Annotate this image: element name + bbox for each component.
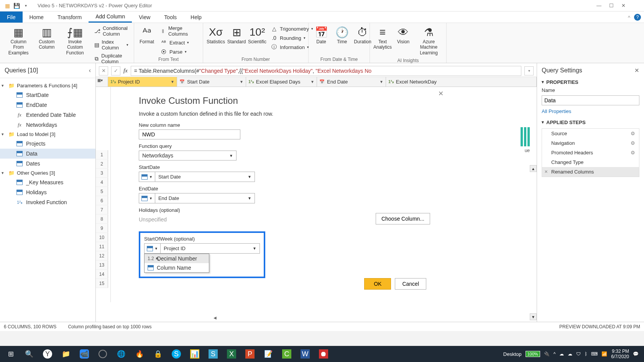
- table-row[interactable]: 1: [96, 150, 108, 159]
- app-lock[interactable]: 🔒: [149, 346, 167, 362]
- extract-button[interactable]: ᴬᴮExtract▾: [158, 38, 200, 47]
- dialog-close-button[interactable]: ✕: [438, 90, 444, 98]
- scroll-down-button[interactable]: ▼: [530, 313, 537, 320]
- table-row[interactable]: 2: [96, 159, 108, 169]
- query-invoked-function[interactable]: 1²₃Invoked Function: [0, 197, 95, 207]
- custom-column-button[interactable]: ▥ Custom Column: [35, 25, 58, 52]
- formula-input[interactable]: = Table.RenameColumns(#"Changed Type",{{…: [131, 66, 521, 76]
- scientific-button[interactable]: 10²Scientific: [248, 25, 267, 46]
- group-parameters[interactable]: 📁Parameters & Functions [4]: [0, 81, 95, 90]
- column-excel-elapsed[interactable]: 1²₃Excel Elapsed Days▼: [246, 77, 317, 87]
- help-icon[interactable]: ?: [634, 14, 641, 21]
- bluetooth-icon[interactable]: ᛒ: [585, 351, 587, 357]
- merge-columns-button[interactable]: ⫴Merge Columns: [158, 25, 200, 38]
- query-data[interactable]: Data: [0, 149, 95, 159]
- table-row[interactable]: 5: [96, 187, 108, 196]
- ribbon-collapse-icon[interactable]: ^: [628, 15, 630, 20]
- search-button[interactable]: 🔍: [20, 346, 38, 362]
- gear-icon[interactable]: ⚙: [631, 150, 635, 156]
- vision-button[interactable]: 👁Vision: [394, 25, 413, 46]
- query-extended-date-table[interactable]: fxExtended Date Table: [0, 110, 95, 120]
- statistics-button[interactable]: ΧσStatistics: [206, 25, 225, 46]
- app-zoom[interactable]: 📹: [75, 346, 94, 362]
- app-dragon[interactable]: 🔥: [130, 346, 149, 362]
- column-project-id[interactable]: 1²₃Project ID▼: [108, 77, 177, 87]
- format-button[interactable]: ᴬᵃ Format: [137, 25, 156, 46]
- power-icon[interactable]: 🔌: [544, 351, 550, 357]
- parse-button[interactable]: ⦿Parse▾: [158, 48, 200, 56]
- accept-formula-button[interactable]: ✓: [111, 66, 120, 75]
- app-snagit[interactable]: S: [204, 346, 222, 362]
- scroll-up-button[interactable]: ▲: [530, 165, 537, 172]
- save-icon[interactable]: 💾: [12, 2, 21, 10]
- column-from-examples-button[interactable]: ▦ Column From Examples: [3, 25, 34, 57]
- column-end-date[interactable]: 📅End Date▼: [317, 77, 386, 87]
- gear-icon[interactable]: ⚙: [631, 140, 635, 146]
- chevron-down-icon[interactable]: ▼: [310, 80, 314, 84]
- startofweek-type-button[interactable]: ▼: [144, 243, 161, 254]
- app-camtasia[interactable]: C: [278, 346, 296, 362]
- enddate-type-button[interactable]: ▼: [139, 193, 155, 203]
- table-row[interactable]: 3: [96, 169, 108, 178]
- app-powerpoint[interactable]: P: [241, 346, 259, 362]
- start-button[interactable]: ⊞: [2, 346, 20, 362]
- duration-button[interactable]: ⏱Duration: [353, 25, 372, 46]
- close-settings-button[interactable]: ✕: [634, 67, 639, 74]
- app-excel[interactable]: X: [222, 346, 241, 362]
- collapse-pane-icon[interactable]: ‹: [89, 67, 91, 74]
- ok-button[interactable]: OK: [364, 278, 391, 290]
- conditional-column-button[interactable]: ⎇Conditional Column: [92, 25, 131, 38]
- query-startdate[interactable]: StartDate: [0, 90, 95, 100]
- close-button[interactable]: ✕: [621, 3, 626, 8]
- chevron-down-icon[interactable]: ▼: [240, 80, 243, 84]
- tab-tools[interactable]: Tools: [157, 11, 184, 23]
- invoke-custom-function-button[interactable]: ⨍▦ Invoke Custom Function: [59, 25, 90, 57]
- column-excel-networkday[interactable]: 1²₃Excel NetworkDay: [386, 77, 537, 87]
- tab-transform[interactable]: Transform: [51, 11, 89, 23]
- table-row[interactable]: 4: [96, 178, 108, 187]
- chevron-down-icon[interactable]: ▼: [171, 80, 174, 84]
- option-column-name[interactable]: Column Name: [145, 263, 209, 272]
- time-button[interactable]: 🕐Time: [332, 25, 352, 46]
- query-holidays[interactable]: Holidays: [0, 187, 95, 197]
- function-query-select[interactable]: Networkdays▼: [139, 151, 237, 161]
- weather-icon[interactable]: ☁: [559, 351, 564, 357]
- step-changed-type[interactable]: Changed Type: [542, 157, 639, 167]
- table-row[interactable]: 6: [96, 196, 108, 205]
- table-row[interactable]: 11: [96, 242, 108, 251]
- cancel-formula-button[interactable]: ✕: [99, 66, 108, 75]
- query-enddate[interactable]: EndDate: [0, 100, 95, 110]
- query-name-input[interactable]: [542, 95, 639, 105]
- qat-icon[interactable]: ▦: [3, 2, 12, 10]
- qat-dropdown-icon[interactable]: ▾: [21, 2, 30, 10]
- tab-view[interactable]: View: [132, 11, 157, 23]
- table-row[interactable]: 8: [96, 215, 108, 224]
- app-powerbi[interactable]: 📊: [186, 346, 204, 362]
- table-row[interactable]: 13: [96, 260, 108, 270]
- tray-up-icon[interactable]: ^: [554, 351, 556, 357]
- standard-button[interactable]: ⊞Standard: [227, 25, 246, 46]
- formula-dropdown-button[interactable]: ▾: [524, 66, 534, 75]
- group-other-queries[interactable]: 📁Other Queries [3]: [0, 169, 95, 177]
- query-projects[interactable]: Projects: [0, 139, 95, 149]
- tab-home[interactable]: Home: [23, 11, 51, 23]
- cancel-button[interactable]: Cancel: [395, 278, 426, 290]
- security-icon[interactable]: 🛡: [576, 351, 581, 357]
- query-dates[interactable]: Dates: [0, 159, 95, 169]
- text-analytics-button[interactable]: ≡Text Analytics: [373, 25, 392, 52]
- select-all-corner[interactable]: ▦▾: [96, 77, 108, 87]
- clock[interactable]: 9:32 PM 6/7/2020: [611, 349, 629, 360]
- app-media[interactable]: [94, 346, 112, 362]
- tab-file[interactable]: File: [0, 11, 23, 23]
- app-explorer[interactable]: 📁: [57, 346, 75, 362]
- step-renamed-columns[interactable]: Renamed Columns: [542, 167, 639, 177]
- app-chrome[interactable]: 🌐: [112, 346, 130, 362]
- tab-help[interactable]: Help: [184, 11, 209, 23]
- desktop-toolbar[interactable]: Desktop: [503, 351, 522, 357]
- app-word[interactable]: W: [296, 346, 314, 362]
- step-promoted-headers[interactable]: Promoted Headers⚙: [542, 148, 639, 157]
- wifi-icon[interactable]: 📶: [601, 351, 607, 357]
- startdate-select[interactable]: Start Date▼: [155, 172, 255, 182]
- startofweek-select[interactable]: Project ID▼: [161, 243, 260, 254]
- azure-ml-button[interactable]: ⚗Azure Machine Learning: [414, 25, 443, 57]
